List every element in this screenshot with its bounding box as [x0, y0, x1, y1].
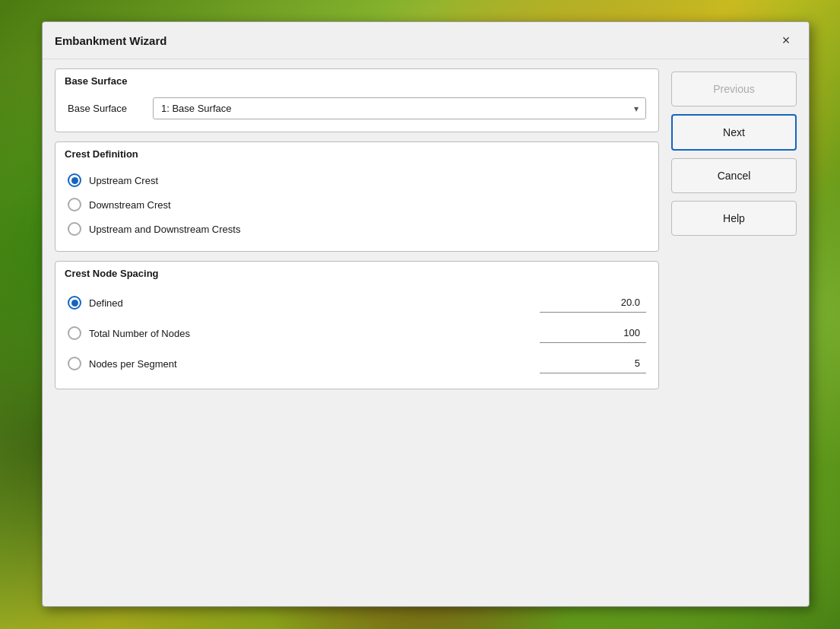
- upstream-downstream-crest-radio-item[interactable]: Upstream and Downstream Crests: [68, 222, 646, 236]
- title-bar: Embankment Wizard ×: [43, 22, 809, 59]
- base-surface-section: Base Surface Base Surface 1: Base Surfac…: [55, 68, 659, 132]
- dialog-body: Base Surface Base Surface 1: Base Surfac…: [43, 59, 809, 604]
- nodes-per-segment-spacing-row: Nodes per Segment: [68, 354, 646, 373]
- base-surface-content: Base Surface 1: Base Surface ▾: [55, 91, 658, 132]
- cancel-button[interactable]: Cancel: [671, 158, 797, 193]
- defined-radio-item[interactable]: Defined: [68, 296, 532, 310]
- total-nodes-spacing-row: Total Number of Nodes: [68, 323, 646, 343]
- defined-value-input[interactable]: [540, 293, 646, 313]
- defined-spacing-row: Defined: [68, 293, 646, 313]
- nodes-per-segment-radio-circle: [68, 357, 81, 370]
- base-surface-title: Base Surface: [55, 69, 658, 91]
- crest-node-spacing-grid: Defined Total Number of Nodes: [68, 290, 646, 376]
- close-button[interactable]: ×: [775, 30, 797, 51]
- upstream-downstream-crest-label: Upstream and Downstream Crests: [89, 224, 240, 235]
- previous-button[interactable]: Previous: [671, 71, 797, 106]
- downstream-crest-label: Downstream Crest: [89, 199, 171, 211]
- crest-definition-section: Crest Definition Upstream Crest Downstre…: [55, 141, 659, 252]
- base-surface-row: Base Surface 1: Base Surface ▾: [68, 97, 646, 119]
- dialog-title: Embankment Wizard: [55, 34, 166, 47]
- upstream-crest-radio-circle: [68, 173, 81, 187]
- right-panel: Previous Next Cancel Help: [671, 68, 797, 595]
- total-nodes-radio-label: Total Number of Nodes: [89, 328, 190, 339]
- total-nodes-value-input[interactable]: [540, 323, 646, 343]
- upstream-crest-label: Upstream Crest: [89, 175, 158, 186]
- crest-node-spacing-content: Defined Total Number of Nodes: [55, 284, 658, 389]
- base-surface-dropdown-wrapper: 1: Base Surface ▾: [153, 97, 646, 119]
- total-nodes-radio-item[interactable]: Total Number of Nodes: [68, 326, 532, 340]
- upstream-crest-radio-item[interactable]: Upstream Crest: [68, 173, 646, 187]
- main-panel: Base Surface Base Surface 1: Base Surfac…: [55, 68, 659, 595]
- help-button[interactable]: Help: [671, 201, 797, 236]
- base-surface-dropdown[interactable]: 1: Base Surface: [153, 97, 646, 119]
- upstream-downstream-crest-radio-circle: [68, 222, 81, 236]
- nodes-per-segment-radio-label: Nodes per Segment: [89, 358, 177, 370]
- defined-radio-label: Defined: [89, 297, 123, 309]
- crest-node-spacing-section: Crest Node Spacing Defined: [55, 261, 659, 389]
- crest-definition-content: Upstream Crest Downstream Crest Upstream…: [55, 164, 658, 251]
- nodes-per-segment-value-input[interactable]: [540, 354, 646, 373]
- defined-radio-circle: [68, 296, 81, 310]
- next-button[interactable]: Next: [671, 114, 797, 151]
- dialog-window: Embankment Wizard × Base Surface Base Su…: [42, 21, 810, 607]
- base-surface-label: Base Surface: [68, 103, 144, 114]
- downstream-crest-radio-circle: [68, 198, 81, 211]
- nodes-per-segment-radio-item[interactable]: Nodes per Segment: [68, 357, 532, 370]
- crest-node-spacing-title: Crest Node Spacing: [55, 262, 658, 284]
- crest-definition-radio-group: Upstream Crest Downstream Crest Upstream…: [68, 170, 646, 239]
- downstream-crest-radio-item[interactable]: Downstream Crest: [68, 198, 646, 211]
- total-nodes-radio-circle: [68, 326, 81, 340]
- crest-definition-title: Crest Definition: [55, 142, 658, 164]
